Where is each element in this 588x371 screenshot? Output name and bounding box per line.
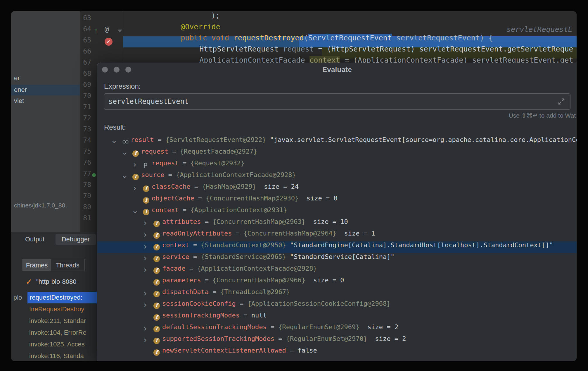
- tree-row-request[interactable]: ›request = {Request@2932}: [97, 159, 577, 171]
- code-line-65[interactable]: HttpServletRequest request = (HttpServle…: [182, 36, 573, 47]
- field-icon: f: [143, 209, 149, 215]
- variable-value: {ThreadLocal@2967}: [220, 288, 290, 296]
- tree-row-dispatchData[interactable]: ›fdispatchData = {ThreadLocal@2967}: [97, 288, 577, 300]
- variable-name: classCache: [152, 183, 190, 190]
- variable-name: service: [162, 253, 189, 260]
- tree-row-defaultSessionTrackingModes[interactable]: ›fdefaultSessionTrackingModes = {Regular…: [97, 323, 577, 335]
- stack-frame[interactable]: invoke:104, ErrorRe: [29, 327, 87, 339]
- variable-name: facade: [162, 265, 185, 272]
- equals-sign: =: [209, 288, 220, 296]
- tree-row-sessionTrackingModes[interactable]: fsessionTrackingModes = null: [97, 312, 577, 323]
- tree-row-supportedSessionTrackingModes[interactable]: ›fsupportedSessionTrackingModes = {Regul…: [97, 335, 577, 347]
- tree-row-source[interactable]: ›fsource = {ApplicationContextFacade@292…: [97, 171, 577, 183]
- equals-sign: =: [179, 159, 191, 167]
- stack-frame[interactable]: invoke:211, Standar: [29, 315, 86, 327]
- field-icon: f: [153, 221, 160, 227]
- variable-value: {RegularEnumSet@2969}: [278, 323, 359, 331]
- tree-row-text: result = {ServletRequestEvent@2922} "jav…: [131, 136, 577, 148]
- green-marker-icon[interactable]: [92, 173, 96, 177]
- field-icon: f: [153, 349, 160, 356]
- ide-window: 63646566676869707172737475767778798081 ↑…: [11, 11, 577, 361]
- chevron-down-icon[interactable]: ›: [118, 174, 130, 180]
- fold-marker-icon[interactable]: [117, 30, 122, 32]
- code-line-66[interactable]: ApplicationContextFacade context = (Appl…: [182, 47, 573, 59]
- result-icon: [122, 139, 128, 145]
- variable-value: {ConcurrentHashMap@2966}: [212, 276, 305, 284]
- tree-row-text: request = {RequestFacade@2927}: [141, 148, 257, 159]
- field-icon: f: [153, 326, 160, 332]
- tree-row-context[interactable]: ›fcontext = {ApplicationContext@2931}: [97, 206, 577, 218]
- stack-frame[interactable]: requestDestroyed:: [27, 292, 97, 303]
- variable-name: newServletContextListenerAllowed: [162, 347, 286, 354]
- variable-name: request: [141, 148, 168, 155]
- tree-row-text: defaultSessionTrackingModes = {RegularEn…: [162, 323, 398, 335]
- variable-extra: size = 0: [299, 195, 337, 202]
- tree-row-newServletContextListenerAllowed[interactable]: fnewServletContextListenerAllowed = fals…: [97, 347, 577, 358]
- tree-row-objectCache[interactable]: fobjectCache = {ConcurrentHashMap@2930} …: [97, 195, 577, 206]
- tree-row-sessionCookieConfig[interactable]: ›fsessionCookieConfig = {ApplicationSess…: [97, 300, 577, 312]
- chevron-right-icon[interactable]: ›: [142, 218, 148, 230]
- evaluate-dialog: Evaluate Expression: Use ⇧⌘↵ to add to W…: [97, 63, 577, 361]
- flag-icon: [143, 162, 149, 169]
- project-tree-item[interactable]: vlet: [14, 95, 24, 107]
- variable-name: defaultSessionTrackingModes: [162, 323, 267, 331]
- chevron-right-icon[interactable]: ›: [142, 300, 148, 312]
- equals-sign: =: [194, 195, 206, 202]
- chevron-right-icon[interactable]: ›: [142, 335, 148, 347]
- chevron-right-icon[interactable]: ›: [142, 253, 148, 265]
- code-line-64[interactable]: public void requestDestroyed(ServletRequ…: [163, 25, 493, 36]
- variable-value: {ApplicationContextFacade@2928}: [176, 171, 296, 178]
- variable-value: null: [251, 312, 267, 319]
- variable-name: request: [152, 159, 179, 167]
- variable-name: parameters: [162, 276, 201, 284]
- chevron-down-icon[interactable]: ›: [118, 151, 130, 157]
- field-icon: f: [153, 314, 160, 321]
- tree-row-attributes[interactable]: ›fattributes = {ConcurrentHashMap@2963} …: [97, 218, 577, 230]
- project-tree-item[interactable]: er: [14, 73, 20, 84]
- chevron-right-icon[interactable]: ›: [142, 323, 148, 335]
- chevron-right-icon[interactable]: ›: [142, 265, 148, 276]
- code-line-63[interactable]: @Override: [163, 14, 220, 25]
- tree-row-parameters[interactable]: fparameters = {ConcurrentHashMap@2966} s…: [97, 276, 577, 288]
- tree-row-service[interactable]: ›fservice = {StandardService@2965} "Stan…: [97, 253, 577, 265]
- inline-debugger-hint: servletRequestE: [506, 25, 573, 36]
- tree-row-context[interactable]: ›fcontext = {StandardContext@2950} "Stan…: [97, 241, 577, 253]
- code-line-62[interactable]: );: [193, 11, 220, 14]
- tree-row-text: sessionTrackingModes = null: [162, 312, 267, 323]
- chevron-down-icon[interactable]: ›: [108, 139, 120, 145]
- stack-frame[interactable]: invoke:116, Standa: [29, 350, 84, 361]
- variable-extra: size = 1: [336, 230, 375, 237]
- tree-row-classCache[interactable]: ›fclassCache = {HashMap@2929} size = 24: [97, 183, 577, 195]
- tree-row-facade[interactable]: ›ffacade = {ApplicationContextFacade@292…: [97, 265, 577, 276]
- equals-sign: =: [185, 265, 197, 272]
- equals-sign: =: [232, 230, 243, 237]
- field-icon: f: [132, 174, 139, 180]
- variable-value: {HashMap@2929}: [202, 183, 256, 190]
- tree-row-readOnlyAttributes[interactable]: ›freadOnlyAttributes = {ConcurrentHashMa…: [97, 230, 577, 241]
- stack-frame[interactable]: fireRequestDestroy: [29, 303, 84, 315]
- equals-sign: =: [164, 171, 176, 178]
- equals-sign: =: [168, 148, 180, 155]
- stack-frame[interactable]: invoke:1025, Acces: [29, 339, 85, 350]
- variable-name: context: [162, 241, 189, 249]
- field-icon: f: [153, 291, 160, 297]
- chevron-right-icon[interactable]: ›: [132, 159, 138, 171]
- chevron-right-icon[interactable]: ›: [142, 241, 148, 253]
- variable-value: {StandardContext@2950}: [201, 241, 286, 249]
- equals-sign: =: [201, 218, 212, 225]
- tree-row-result[interactable]: ›result = {ServletRequestEvent@2922} "ja…: [97, 136, 577, 148]
- tree-row-request[interactable]: ›frequest = {RequestFacade@2927}: [97, 148, 577, 159]
- chevron-right-icon[interactable]: ›: [132, 183, 138, 195]
- tree-row-text: facade = {ApplicationContextFacade@2928}: [162, 265, 317, 276]
- jdk-path-text: chines/jdk1.7.0_80.: [14, 202, 67, 209]
- result-tree: ›result = {ServletRequestEvent@2922} "ja…: [97, 63, 577, 361]
- chevron-right-icon[interactable]: ›: [142, 288, 148, 300]
- chevron-right-icon[interactable]: ›: [142, 230, 148, 241]
- chevron-down-icon[interactable]: ›: [129, 209, 141, 215]
- breakpoint-icon[interactable]: ✓: [105, 38, 113, 46]
- overriding-method-icon[interactable]: ↑: [94, 25, 98, 36]
- project-tree-item[interactable]: ener: [14, 84, 27, 95]
- tree-row-text: context = {ApplicationContext@2931}: [152, 206, 287, 218]
- debug-tool-window: Output Debugger Frames Threads ✓ "http-b…: [11, 232, 97, 361]
- variable-value: {ServletRequestEvent@2922}: [165, 136, 266, 143]
